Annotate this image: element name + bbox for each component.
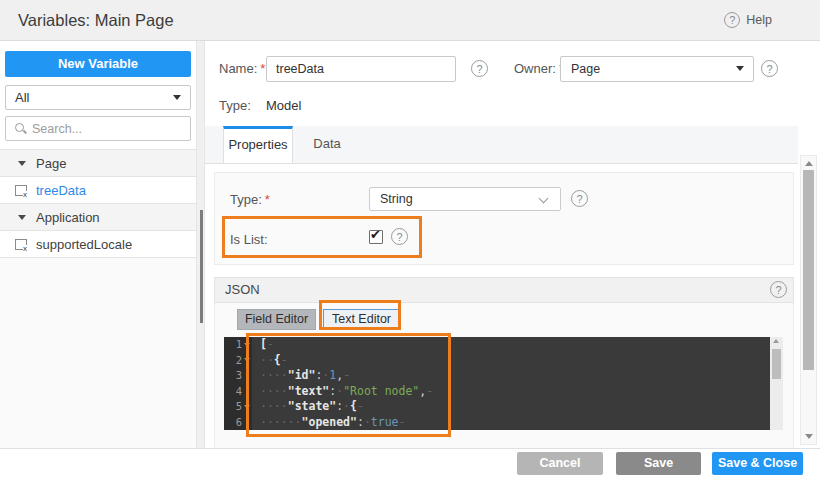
gutter: 3 xyxy=(224,368,252,384)
type-value: Model xyxy=(266,98,301,113)
code-token: · xyxy=(364,415,371,429)
collapse-arrow-icon[interactable] xyxy=(18,215,26,220)
tree-item-treedata[interactable]: xtreeData xyxy=(0,177,196,204)
search-input[interactable] xyxy=(32,118,182,139)
variables-dialog: Variables: Main Page ? Help New Variable… xyxy=(0,0,820,490)
tree-item-supportedlocale[interactable]: xsupportedLocale xyxy=(0,231,196,258)
tree-group-label: Application xyxy=(36,210,100,225)
scroll-down-icon[interactable] xyxy=(805,434,813,439)
code-line: 4····"text":·"Root node",- xyxy=(224,384,770,400)
tab-properties[interactable]: Properties xyxy=(223,126,293,163)
caret-down-icon xyxy=(736,66,744,71)
tree-group-page[interactable]: Page xyxy=(0,150,196,177)
main-scrollbar-thumb[interactable] xyxy=(803,170,814,370)
code-token: - xyxy=(357,399,364,413)
code-content: ····"text":·"Root node",- xyxy=(252,384,433,400)
main-scrollbar[interactable] xyxy=(800,155,817,445)
code-token: : xyxy=(357,415,364,429)
tree-item-label: supportedLocale xyxy=(36,237,132,252)
help-label: Help xyxy=(746,13,772,27)
scroll-up-icon[interactable] xyxy=(773,339,779,343)
cancelbutton[interactable]: Cancel xyxy=(517,452,603,475)
is-list-label: Is List: xyxy=(230,232,268,247)
fold-arrow-icon[interactable] xyxy=(242,358,252,362)
new-variable-button[interactable]: New Variable xyxy=(5,51,191,77)
help-question-icon[interactable]: ? xyxy=(724,12,740,28)
code-token: · xyxy=(343,399,350,413)
code-token: - xyxy=(267,337,274,351)
property-type-dropdown[interactable]: String xyxy=(369,187,561,211)
required-asterisk: * xyxy=(265,192,270,207)
name-input[interactable] xyxy=(266,56,456,82)
owner-help-icon[interactable]: ? xyxy=(761,60,778,77)
editor-scrollbar[interactable] xyxy=(770,337,783,430)
property-type-help-icon[interactable]: ? xyxy=(571,190,588,207)
tab-bar: PropertiesData xyxy=(205,126,798,164)
name-label: Name:* xyxy=(219,56,265,82)
code-content: ····"id":·1,- xyxy=(252,368,350,384)
property-type-value: String xyxy=(380,188,413,210)
code-line: 1[- xyxy=(224,337,770,353)
code-token: - xyxy=(426,384,433,398)
gutter: 1 xyxy=(224,337,252,353)
checkmark-icon: ✔ xyxy=(370,227,381,242)
field-editor-button[interactable]: Field Editor xyxy=(237,309,316,330)
required-asterisk: * xyxy=(260,61,265,76)
sidebar-filler xyxy=(0,258,196,448)
line-number: 3 xyxy=(236,368,242,384)
code-token: [ xyxy=(260,337,267,351)
code-token: { xyxy=(274,353,281,367)
code-token: "text" xyxy=(288,384,330,398)
collapse-arrow-icon[interactable] xyxy=(18,161,26,166)
line-number: 4 xyxy=(236,384,242,400)
dialog-footer: CancelSaveSave & Close xyxy=(0,448,820,490)
sidebar-scrollbar-thumb[interactable] xyxy=(200,210,203,323)
save-closebutton[interactable]: Save & Close xyxy=(712,452,803,475)
dialog-header: Variables: Main Page ? Help xyxy=(0,0,820,41)
type-label: Type: xyxy=(219,98,251,113)
property-type-label: Type:* xyxy=(230,192,270,207)
code-token: "id" xyxy=(288,368,316,382)
owner-dropdown-value: Page xyxy=(571,57,600,81)
line-number: 6 xyxy=(236,415,242,431)
variables-sidebar: New Variable All PagextreeDataApplicatio… xyxy=(0,41,196,448)
scroll-up-icon[interactable] xyxy=(805,161,813,166)
code-token: - xyxy=(399,415,406,429)
variable-editor-main: Name:* ? Owner:* Page ? Type: Model Prop… xyxy=(204,41,820,448)
gutter: 5 xyxy=(224,399,252,415)
code-line: 6······"opened":·true- xyxy=(224,415,770,431)
owner-dropdown[interactable]: Page xyxy=(560,56,754,82)
owner-label: Owner:* xyxy=(514,56,564,82)
savebutton[interactable]: Save xyxy=(616,452,701,475)
text-editor-button[interactable]: Text Editor xyxy=(323,309,400,330)
variables-tree: PagextreeDataApplicationxsupportedLocale xyxy=(0,149,196,258)
caret-down-icon xyxy=(173,95,181,100)
fold-arrow-icon[interactable] xyxy=(242,405,252,409)
variable-icon: x xyxy=(15,185,27,196)
tab-data[interactable]: Data xyxy=(293,126,361,163)
editor-mode-buttons: Field EditorText Editor xyxy=(237,309,400,330)
json-section-header: JSON ? xyxy=(214,277,794,303)
code-content: ····"state":·{- xyxy=(252,399,364,415)
search-box xyxy=(5,116,191,141)
name-help-icon[interactable]: ? xyxy=(471,60,488,77)
code-content: ··{- xyxy=(252,353,288,369)
code-line: 2··{- xyxy=(224,353,770,369)
variable-icon: x xyxy=(15,239,27,250)
is-list-help-icon[interactable]: ? xyxy=(391,228,408,245)
code-token: ···· xyxy=(260,384,288,398)
code-token: ······ xyxy=(260,415,302,429)
json-section-title: JSON xyxy=(225,278,260,302)
code-token: ···· xyxy=(260,399,288,413)
tree-group-application[interactable]: Application xyxy=(0,204,196,231)
json-code-editor[interactable]: 1[-2··{-3····"id":·1,-4····"text":·"Root… xyxy=(224,337,770,430)
json-help-icon[interactable]: ? xyxy=(770,281,787,298)
code-token: "state" xyxy=(288,399,336,413)
editor-scrollbar-thumb[interactable] xyxy=(772,349,781,379)
code-content: ······"opened":·true- xyxy=(252,415,405,431)
fold-arrow-icon[interactable] xyxy=(242,343,252,347)
is-list-checkbox[interactable]: ✔ xyxy=(369,230,383,244)
filter-dropdown[interactable]: All xyxy=(5,85,191,110)
code-token: true xyxy=(371,415,399,429)
help-button[interactable]: ? Help xyxy=(724,0,772,40)
